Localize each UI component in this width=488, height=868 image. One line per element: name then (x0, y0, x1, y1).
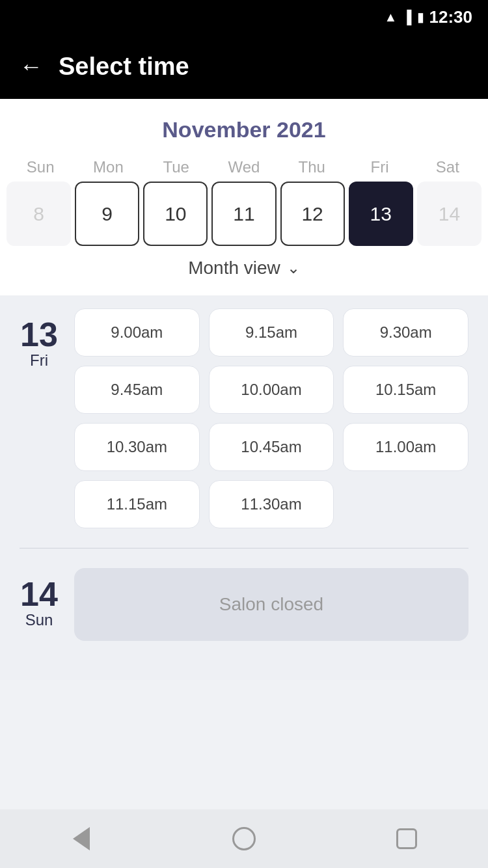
signal-icon: ▐ (402, 10, 411, 25)
chevron-down-icon: ⌄ (287, 259, 300, 277)
time-slot-945am[interactable]: 9.45am (74, 366, 200, 414)
day-header-wed: Wed (210, 158, 278, 176)
time-slot-1030am[interactable]: 10.30am (74, 423, 200, 471)
status-icons: ▲ ▐ ▮ 12:30 (385, 7, 472, 27)
day-13-slots-grid: 9.00am 9.15am 9.30am 9.45am 10.00am 10.1… (74, 308, 468, 528)
time-slot-900am[interactable]: 9.00am (74, 308, 200, 357)
time-slot-1130am[interactable]: 11.30am (209, 480, 334, 528)
time-slot-1015am[interactable]: 10.15am (343, 366, 468, 414)
day-cell-10[interactable]: 10 (143, 182, 208, 246)
day-headers: Sun Mon Tue Wed Thu Fri Sat (0, 158, 488, 176)
calendar-section: November 2021 Sun Mon Tue Wed Thu Fri Sa… (0, 99, 488, 295)
status-time: 12:30 (429, 7, 473, 27)
month-year: November 2021 (0, 117, 488, 142)
salon-closed-message: Salon closed (74, 568, 468, 641)
day-cell-14[interactable]: 14 (417, 182, 481, 246)
day-cell-12[interactable]: 12 (280, 182, 345, 246)
time-slot-915am[interactable]: 9.15am (209, 308, 334, 357)
bottom-spacer (0, 680, 488, 739)
page-title: Select time (59, 53, 189, 81)
day-header-sun: Sun (7, 158, 74, 176)
battery-icon: ▮ (417, 9, 424, 25)
time-slot-1045am[interactable]: 10.45am (209, 423, 334, 471)
time-slot-1100am[interactable]: 11.00am (343, 423, 468, 471)
day-13-name: Fri (30, 351, 48, 370)
bottom-nav (0, 809, 488, 868)
day-13-label: 13 Fri (20, 308, 59, 370)
nav-recents-button[interactable] (387, 819, 426, 858)
day-header-tue: Tue (142, 158, 210, 176)
day-cell-11[interactable]: 11 (211, 182, 276, 246)
day-13-number: 13 (20, 318, 58, 351)
back-button[interactable]: ← (20, 55, 43, 78)
day-divider (20, 548, 468, 549)
time-slot-930am[interactable]: 9.30am (343, 308, 468, 357)
header: ← Select time (0, 34, 488, 99)
month-view-row[interactable]: Month view ⌄ (0, 246, 488, 285)
nav-back-button[interactable] (62, 819, 101, 858)
back-nav-icon (73, 827, 90, 850)
time-slot-1000am[interactable]: 10.00am (209, 366, 334, 414)
week-row: 8 9 10 11 12 13 14 (0, 182, 488, 246)
timeslots-section: 13 Fri 9.00am 9.15am 9.30am 9.45am 10.00… (0, 295, 488, 680)
recents-nav-icon (396, 828, 417, 849)
day-14-number: 14 (20, 577, 58, 611)
home-nav-icon (232, 827, 256, 850)
day-14-block: 14 Sun Salon closed (20, 568, 468, 641)
day-cell-8[interactable]: 8 (7, 182, 71, 246)
day-cell-13[interactable]: 13 (349, 182, 413, 246)
status-bar: ▲ ▐ ▮ 12:30 (0, 0, 488, 34)
day-header-thu: Thu (278, 158, 346, 176)
day-cell-9[interactable]: 9 (75, 182, 139, 246)
day-header-fri: Fri (346, 158, 413, 176)
day-13-block: 13 Fri 9.00am 9.15am 9.30am 9.45am 10.00… (20, 308, 468, 528)
day-header-mon: Mon (74, 158, 142, 176)
day-header-sat: Sat (414, 158, 481, 176)
nav-home-button[interactable] (224, 819, 264, 858)
wifi-icon: ▲ (385, 10, 398, 25)
month-view-label: Month view (188, 258, 280, 278)
time-slot-1115am[interactable]: 11.15am (74, 480, 200, 528)
day-14-name: Sun (25, 611, 53, 629)
day-14-label: 14 Sun (20, 568, 59, 629)
